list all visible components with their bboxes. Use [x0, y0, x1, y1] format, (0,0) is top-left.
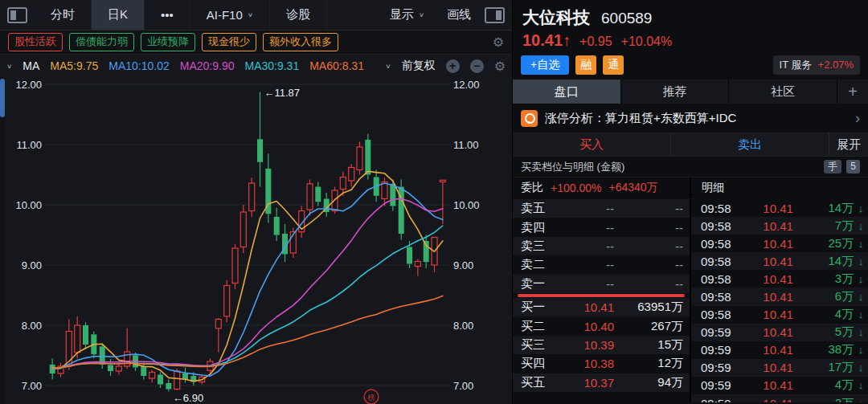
- margin-badge[interactable]: 融: [575, 55, 596, 75]
- level-count-badge[interactable]: 5: [846, 160, 860, 173]
- detail-row[interactable]: 09:58 10.41 14万 ↓: [691, 199, 868, 217]
- adjust-mode-selector[interactable]: 前复权: [402, 59, 436, 73]
- price-cell: 10.37: [571, 376, 614, 390]
- buy-row[interactable]: 买二 10.40 267万: [513, 316, 690, 335]
- amount-cell: 25万: [793, 236, 854, 251]
- zoom-out-icon[interactable]: −: [470, 59, 484, 73]
- svg-text:11.00: 11.00: [453, 139, 479, 151]
- detail-row[interactable]: 09:58 10.41 3万 ↓: [691, 270, 868, 288]
- buy-button[interactable]: 买入: [513, 133, 671, 156]
- tab-label: 社区: [771, 84, 795, 100]
- price-change: +0.95: [579, 35, 612, 49]
- expand-button[interactable]: 展开: [829, 133, 868, 156]
- price-cell: 10.41: [763, 325, 793, 339]
- amount-cell: 7万: [793, 218, 854, 234]
- tab-diagnose-stock[interactable]: 诊股: [270, 0, 327, 30]
- tab-label: 日K: [108, 7, 128, 22]
- chevron-down-icon[interactable]: ∨: [385, 63, 391, 70]
- tab-recommend[interactable]: 推荐: [621, 80, 730, 104]
- tab-community[interactable]: 社区: [729, 80, 837, 104]
- down-arrow-icon: ↓: [854, 255, 868, 267]
- tab-ai-f10[interactable]: AI-F10∨: [190, 0, 270, 30]
- buy-row[interactable]: 买四 10.38 12万: [513, 354, 690, 373]
- display-menu-button[interactable]: 显示∨: [374, 0, 440, 30]
- detail-row[interactable]: 09:59 10.41 5万 ↓: [691, 324, 868, 341]
- stock-header: 大位科技 600589: [513, 0, 868, 29]
- draw-line-button[interactable]: 画线: [440, 0, 477, 30]
- ma-prefix: MA: [23, 59, 39, 72]
- down-arrow-icon: ↓: [854, 291, 868, 303]
- sell-row[interactable]: 卖四 -- --: [513, 218, 690, 236]
- menu-label: 画线: [447, 7, 471, 22]
- detail-row[interactable]: 09:58 10.41 4万 ↓: [691, 306, 868, 324]
- weibi-left: 委比 +100.00% +64340万: [513, 178, 691, 198]
- sell-row[interactable]: 卖五 -- --: [513, 199, 690, 218]
- sell-row[interactable]: 卖三 -- --: [513, 237, 690, 255]
- weibi-amount: +64340万: [608, 181, 657, 195]
- buy-row[interactable]: 买三 10.39 15万: [513, 336, 690, 354]
- up-arrow-icon: ↑: [563, 31, 571, 49]
- detail-row[interactable]: 09:58 10.41 7万 ↓: [691, 217, 868, 235]
- tag-low-cash[interactable]: 现金很少: [202, 33, 256, 51]
- gear-icon[interactable]: ⚙: [493, 35, 504, 50]
- tag-weak-solvency[interactable]: 偿债能力弱: [69, 33, 134, 51]
- tab-daily-k[interactable]: 日K: [92, 0, 145, 30]
- time-cell: 09:58: [691, 272, 763, 286]
- svg-text:榜: 榜: [367, 394, 375, 402]
- add-watchlist-button[interactable]: +自选: [521, 55, 569, 75]
- buy-row[interactable]: 买五 10.37 94万: [513, 373, 690, 392]
- detail-row[interactable]: 09:59 10.41 4万 ↓: [691, 377, 868, 394]
- tag-earnings-decline[interactable]: 业绩预降: [141, 33, 195, 51]
- sell-row[interactable]: 卖二 -- --: [513, 255, 690, 274]
- price-cell: 10.41: [763, 219, 793, 233]
- detail-column-header: 明细: [691, 178, 868, 198]
- level-label: 买四: [513, 356, 571, 371]
- amount-cell: 2万: [793, 396, 854, 402]
- limit-up-analysis-row[interactable]: 涨停分析：算力租赁+东数西算+IDC ›: [513, 104, 868, 133]
- sell-button[interactable]: 卖出: [671, 133, 829, 156]
- tag-extra-income[interactable]: 额外收入很多: [263, 33, 338, 51]
- tab-label: 盘口: [555, 84, 579, 100]
- gear-icon[interactable]: ⚙: [494, 59, 506, 74]
- time-cell: 09:58: [691, 202, 763, 215]
- price-cell: --: [571, 277, 614, 291]
- price-cell: 10.41: [763, 397, 793, 402]
- sell-row[interactable]: 卖一 -- --: [513, 275, 690, 293]
- level-label: 买三: [513, 337, 571, 353]
- tab-label: 推荐: [663, 84, 687, 100]
- collapse-right-panel-icon[interactable]: [485, 7, 505, 23]
- tag-active-stock[interactable]: 股性活跃: [8, 33, 63, 51]
- price-value: 10.41: [522, 31, 563, 49]
- amount-cell: 63951万: [614, 300, 690, 315]
- amount-cell: --: [614, 277, 690, 291]
- more-periods-button[interactable]: •••: [145, 0, 190, 30]
- add-tab-button[interactable]: +: [837, 80, 868, 104]
- stock-tag-bar: 股性活跃 偿债能力弱 业绩预降 现金很少 额外收入很多 ⚙: [0, 31, 512, 55]
- buy-row[interactable]: 买一 10.41 63951万: [513, 298, 690, 316]
- svg-text:8.00: 8.00: [22, 320, 42, 332]
- detail-row[interactable]: 09:58 10.41 6万 ↓: [691, 288, 868, 305]
- amount-cell: --: [614, 221, 690, 235]
- industry-badge[interactable]: IT 服务 +2.07%: [773, 55, 860, 75]
- detail-row[interactable]: 09:59 10.41 17万 ↓: [691, 359, 868, 377]
- price-cell: 10.39: [571, 338, 614, 352]
- tab-minute-chart[interactable]: 分时: [35, 0, 92, 30]
- collapse-left-panel-icon[interactable]: [7, 7, 27, 23]
- tab-order-book[interactable]: 盘口: [513, 80, 621, 104]
- zoom-in-icon[interactable]: +: [446, 59, 460, 73]
- chart-pane: 分时 日K ••• AI-F10∨ 诊股 显示∨ 画线 股性活跃 偿债能力弱 业…: [0, 0, 512, 404]
- detail-row[interactable]: 09:59 10.41 38万 ↓: [691, 341, 868, 359]
- detail-row[interactable]: 09:59 10.41 2万 ↓: [691, 394, 868, 402]
- last-price-divider: [518, 294, 685, 297]
- detail-row[interactable]: 09:58 10.41 14万 ↓: [691, 252, 868, 270]
- trade-detail-column[interactable]: 09:58 10.41 14万 ↓ 09:58 10.41 7万 ↓ 09:58…: [691, 199, 868, 402]
- daily-k-candlestick-chart[interactable]: 7.007.008.008.009.009.0010.0010.0011.001…: [0, 77, 512, 404]
- unit-lot-badge[interactable]: 手: [824, 160, 841, 173]
- left-scroll-strip[interactable]: [0, 77, 5, 404]
- level-label: 卖四: [513, 220, 571, 235]
- connect-badge[interactable]: 通: [603, 55, 624, 75]
- time-cell: 09:58: [691, 290, 763, 304]
- tab-label: AI-F10: [207, 8, 243, 22]
- detail-row[interactable]: 09:58 10.41 25万 ↓: [691, 235, 868, 252]
- chevron-down-icon[interactable]: ∨: [6, 63, 12, 70]
